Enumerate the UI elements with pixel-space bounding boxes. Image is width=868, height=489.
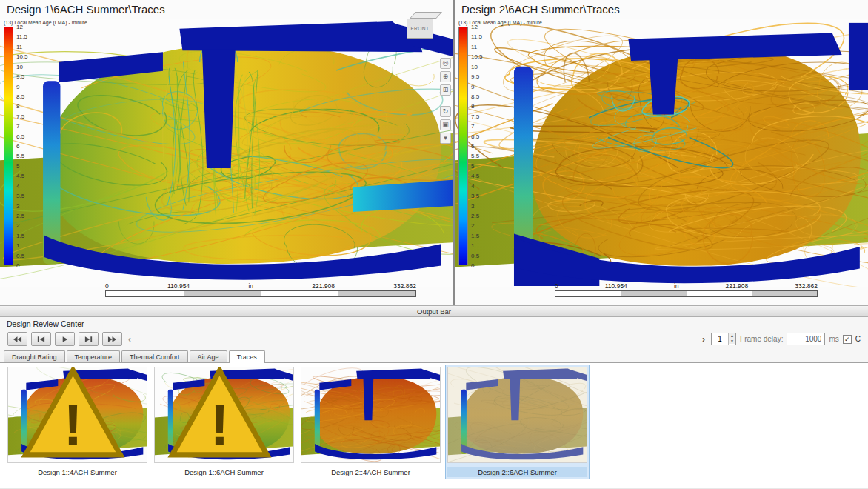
color-legend: (13) Local Mean Age (LMA) - minute 1211.…	[458, 20, 542, 265]
legend-tick: 3.5	[471, 193, 479, 199]
output-bar[interactable]: Output Bar	[0, 305, 868, 317]
compare-checkbox[interactable]: ✓	[843, 335, 852, 344]
legend-tick: 7	[16, 123, 19, 130]
warning-icon: !	[7, 367, 142, 460]
step-back-button[interactable]	[31, 332, 51, 346]
legend-tick: 4	[16, 182, 19, 189]
legend-tick: 4	[471, 182, 474, 189]
svg-text:!: !	[63, 392, 82, 457]
tab-air-age[interactable]: Air Age	[190, 350, 227, 362]
legend-tick: 1.5	[471, 232, 479, 239]
ruler-label: 221.908	[726, 282, 749, 290]
viewport-design-2[interactable]: Design 2\6ACH Summer\Traces (13) Local M…	[455, 0, 868, 305]
prev-page-chevron[interactable]: ‹	[126, 334, 133, 345]
thumbnail-caption: Design 1::6ACH Summer	[154, 467, 294, 477]
legend-tick: 7	[471, 123, 474, 130]
panel-title: Design Review Center	[0, 317, 868, 329]
svg-text:!: !	[210, 392, 229, 457]
ruler-label: 0	[105, 282, 109, 290]
thumbnail-image[interactable]: !	[7, 367, 147, 463]
tab-thermal-comfort[interactable]: Thermal Comfort	[121, 350, 188, 362]
tab-temperature[interactable]: Temperature	[67, 350, 121, 362]
frame-delay-input[interactable]	[787, 333, 825, 345]
legend-tick: 2.5	[471, 212, 479, 219]
warning-icon: !	[154, 367, 289, 460]
scenario-thumbnail-2[interactable]: !Design 1::6ACH Summer	[153, 365, 296, 479]
legend-tick: 12	[471, 24, 478, 30]
legend-tick: 5	[16, 162, 19, 169]
thumbnail-image[interactable]	[301, 367, 441, 463]
step-forward-icon	[84, 336, 93, 343]
pan-icon[interactable]: ⊕	[440, 71, 451, 82]
legend-tick: 8	[471, 103, 474, 110]
legend-tick: 10.5	[471, 53, 483, 60]
expand-icon[interactable]: ▾	[440, 133, 451, 144]
legend-tick: 8.5	[16, 93, 24, 99]
legend-tick: 11.5	[16, 33, 27, 40]
legend-tick: 0	[16, 262, 19, 269]
legend-tick: 9	[16, 83, 19, 90]
output-bar-label: Output Bar	[417, 307, 451, 316]
thumbnail-caption: Design 2::4ACH Summer	[301, 467, 441, 477]
thumbnail-image[interactable]	[447, 367, 587, 463]
legend-tick: 4.5	[471, 173, 479, 179]
scale-ruler: 0 110.954 in 221.908 332.862	[105, 282, 416, 297]
view-cube-front-face[interactable]: FRONT	[407, 19, 433, 39]
orbit-icon[interactable]: ↻	[440, 106, 451, 117]
legend-tick: 6	[16, 143, 19, 150]
step-forward-button[interactable]	[79, 332, 99, 346]
legend-tick: 10	[16, 63, 23, 70]
frame-number-input[interactable]	[712, 333, 728, 345]
legend-tick: 7.5	[471, 113, 479, 119]
legend-tick: 3	[16, 202, 19, 209]
scale-ruler: 0 110.954 in 221.908 332.862	[555, 282, 818, 297]
thumbnail-cfd-scene	[448, 367, 587, 462]
viewport-title: Design 1\6ACH Summer\Traces	[7, 3, 165, 16]
scenario-thumbnail-3[interactable]: Design 2::4ACH Summer	[299, 365, 442, 479]
viewbox-icon[interactable]: ▣	[440, 119, 451, 130]
thumbnail-image[interactable]: !	[154, 367, 294, 463]
scenario-thumbnail-4[interactable]: Design 2::6ACH Summer	[446, 365, 589, 479]
legend-tick: 6.5	[16, 133, 24, 139]
spinner-arrows[interactable]: ▲▼	[728, 333, 735, 345]
legend-tick: 11	[471, 43, 477, 50]
ruler-label: 0	[555, 282, 558, 290]
legend-tick: 5.5	[16, 153, 24, 159]
legend-tick: 10.5	[16, 53, 28, 60]
legend-tick: 2	[471, 222, 474, 229]
legend-tick: 3	[471, 202, 474, 209]
legend-tick: 11.5	[471, 33, 482, 40]
viewport-area: Design 1\6ACH Summer\Traces (13) Local M…	[0, 0, 868, 305]
legend-tick: 3.5	[16, 193, 24, 199]
result-tabs: Draught RatingTemperatureThermal Comfort…	[0, 348, 868, 363]
last-frame-button[interactable]	[102, 332, 122, 346]
viewport-design-1[interactable]: Design 1\6ACH Summer\Traces (13) Local M…	[0, 0, 453, 305]
legend-tick: 8	[16, 103, 19, 110]
legend-ticks: 1211.51110.5109.598.587.576.565.554.543.…	[470, 27, 490, 265]
skip-start-icon	[13, 336, 22, 343]
legend-tick: 7.5	[16, 113, 24, 119]
ruler-label: 110.954	[605, 282, 627, 290]
ruler-unit: in	[248, 282, 253, 290]
navigation-toolbar: ◎ ⊕ ⊞ ↻ ▣ ▾	[440, 58, 451, 144]
view-cube-top-face[interactable]	[410, 12, 442, 19]
legend-tick: 0	[471, 262, 474, 269]
scenario-thumbnail-1[interactable]: !Design 1::4ACH Summer	[6, 365, 149, 479]
thumbnail-caption: Design 2::6ACH Summer	[447, 467, 587, 477]
frame-spinner[interactable]: ▲▼	[711, 333, 736, 345]
first-frame-button[interactable]	[7, 332, 27, 346]
legend-tick: 2	[16, 222, 19, 229]
next-page-chevron[interactable]: ›	[700, 334, 707, 345]
steering-wheel-icon[interactable]: ◎	[440, 58, 451, 69]
tab-traces[interactable]: Traces	[229, 350, 265, 363]
view-cube[interactable]: FRONT	[407, 12, 441, 39]
legend-tick: 5.5	[471, 153, 479, 159]
legend-tick: 6	[471, 143, 474, 150]
tab-draught-rating[interactable]: Draught Rating	[4, 350, 65, 362]
zoom-icon[interactable]: ⊞	[440, 84, 451, 96]
legend-tick: 1.5	[16, 232, 24, 239]
playback-controls: ‹ › ▲▼ Frame delay: ms ✓ C	[0, 329, 868, 348]
legend-tick: 1	[16, 242, 19, 249]
play-button[interactable]	[55, 332, 75, 346]
legend-tick: 9.5	[16, 73, 24, 80]
